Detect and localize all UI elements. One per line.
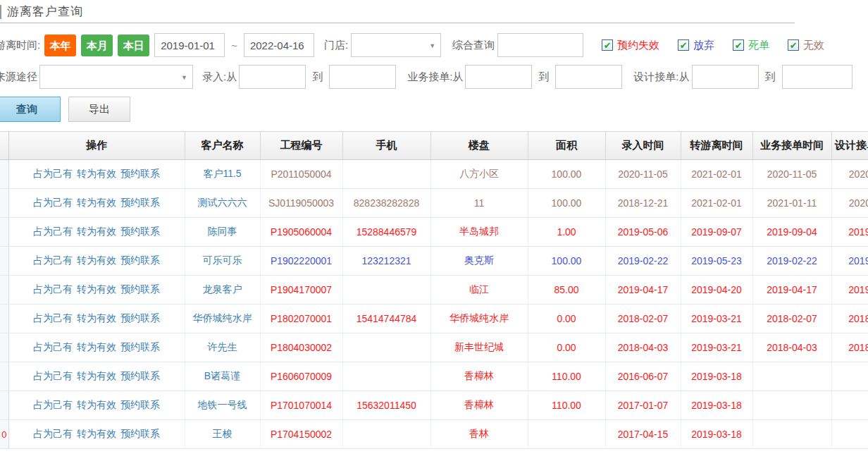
cell-project-no: SJ0119050003 [260, 189, 342, 218]
cell-design-order-time: 2019-09 [831, 218, 868, 247]
combined-query-label: 综合查询 [452, 39, 495, 52]
quick-date-button-2[interactable]: 本日 [118, 35, 149, 56]
cell-project-no: P2011050004 [260, 160, 342, 189]
header-phone: 手机 [342, 132, 430, 160]
operation-link-2[interactable]: 预约联系 [120, 283, 160, 295]
query-button[interactable]: 查询 [0, 97, 61, 122]
operation-link-1[interactable]: 转为有效 [77, 399, 116, 410]
entry-to-input[interactable] [329, 65, 396, 89]
cell-phone [342, 362, 430, 391]
operation-link-0[interactable]: 占为己有 [33, 341, 73, 352]
operation-link-0[interactable]: 占为己有 [33, 428, 73, 439]
cell-biz-order-time [752, 391, 831, 420]
operation-link-1[interactable]: 转为有效 [77, 254, 116, 266]
checkbox-checked-icon: ✔ [788, 39, 799, 51]
customer-name-link[interactable]: B诸葛谨 [204, 370, 240, 381]
results-table: 操作 客户名称 工程编号 手机 楼盘 面积 录入时间 转游离时间 业务接单时间 … [0, 131, 868, 449]
operation-link-2[interactable]: 预约联系 [120, 399, 160, 410]
source-channel-label: 来源途径 [0, 70, 37, 84]
table-header-row: 操作 客户名称 工程编号 手机 楼盘 面积 录入时间 转游离时间 业务接单时间 … [0, 132, 868, 160]
chevron-down-icon: ▼ [429, 42, 435, 49]
operation-link-2[interactable]: 预约联系 [120, 428, 160, 439]
cell-area: 100.00 [528, 247, 605, 276]
customer-name-link[interactable]: 陈同事 [208, 226, 237, 237]
operation-link-0[interactable]: 占为己有 [33, 226, 73, 237]
operation-link-0[interactable]: 占为己有 [33, 312, 73, 324]
customer-name-link[interactable]: 客户11.5 [203, 168, 241, 179]
float-time-label: 游离时间: [0, 39, 40, 52]
combined-query-input[interactable] [497, 33, 583, 57]
operation-link-1[interactable]: 转为有效 [77, 283, 116, 295]
cell-sliver [0, 160, 8, 189]
cell-building: 香林 [430, 420, 528, 449]
cell-entry-time: 2019-04-17 [605, 276, 681, 305]
source-channel-select[interactable]: ▼ [39, 65, 193, 89]
export-button[interactable]: 导出 [68, 97, 130, 122]
cell-building: 奥克斯 [430, 247, 528, 276]
cell-area: 1.00 [528, 218, 605, 247]
operation-link-1[interactable]: 转为有效 [77, 428, 116, 439]
float-date-from-input[interactable] [154, 33, 225, 57]
cell-operations: 占为己有转为有效预约联系 [8, 362, 185, 391]
customer-name-link[interactable]: 测试六六六 [198, 197, 247, 208]
cell-float-time: 2021-02-01 [681, 160, 752, 189]
customer-name-link[interactable]: 地铁一号线 [198, 399, 247, 410]
header-operations: 操作 [8, 132, 185, 160]
operation-link-1[interactable]: 转为有效 [77, 370, 116, 381]
customer-name-link[interactable]: 许先生 [208, 341, 237, 352]
cell-building: 八方小区 [430, 160, 528, 189]
customer-name-link[interactable]: 王梭 [213, 428, 232, 439]
operation-link-2[interactable]: 预约联系 [120, 226, 160, 237]
biz-order-to-input[interactable] [555, 65, 622, 89]
quick-date-button-0[interactable]: 本年 [44, 35, 76, 56]
operation-link-0[interactable]: 占为己有 [33, 197, 73, 208]
operation-link-1[interactable]: 转为有效 [77, 168, 116, 179]
operation-link-1[interactable]: 转为有效 [77, 197, 116, 208]
cell-operations: 占为己有转为有效预约联系 [8, 333, 185, 362]
operation-link-2[interactable]: 预约联系 [120, 168, 160, 179]
operation-link-2[interactable]: 预约联系 [120, 341, 160, 352]
cell-sliver [0, 305, 8, 333]
cell-biz-order-time: 2019-02-22 [752, 247, 831, 276]
cell-entry-time: 2018-02-07 [605, 305, 681, 333]
cell-operations: 占为己有转为有效预约联系 [8, 420, 185, 449]
status-checkbox-3[interactable]: ✔无效 [788, 39, 824, 52]
operation-link-2[interactable]: 预约联系 [120, 254, 160, 266]
customer-name-link[interactable]: 可乐可乐 [203, 254, 242, 266]
entry-from-label: 录入:从 [202, 70, 237, 84]
cell-biz-order-time: 2018-02-07 [752, 305, 831, 333]
checkbox-checked-icon: ✔ [678, 39, 689, 51]
page-header: 游离客户查询 [0, 0, 868, 23]
cell-operations: 占为己有转为有效预约联系 [8, 247, 185, 276]
customer-name-link[interactable]: 龙泉客户 [203, 283, 242, 295]
quick-date-button-1[interactable]: 本月 [81, 35, 113, 56]
operation-link-1[interactable]: 转为有效 [77, 226, 116, 237]
operation-link-1[interactable]: 转为有效 [77, 341, 116, 352]
status-checkbox-1[interactable]: ✔放弃 [678, 39, 714, 52]
operation-link-0[interactable]: 占为己有 [33, 283, 73, 295]
customer-name-link[interactable]: 华侨城纯水岸 [193, 312, 252, 324]
cell-entry-time: 2018-04-03 [605, 333, 681, 362]
status-checkbox-2[interactable]: ✔死单 [733, 39, 769, 52]
design-order-from-input[interactable] [692, 65, 759, 89]
float-date-to-input[interactable] [244, 33, 314, 57]
status-checkbox-0[interactable]: ✔预约失效 [602, 39, 659, 52]
design-order-to-input[interactable] [782, 65, 852, 89]
operation-link-0[interactable]: 占为己有 [33, 399, 73, 410]
cell-building: 半岛城邦 [430, 218, 528, 247]
operation-link-2[interactable]: 预约联系 [120, 312, 160, 324]
operation-link-0[interactable]: 占为己有 [33, 370, 73, 381]
cell-sliver [0, 391, 8, 420]
entry-from-input[interactable] [239, 65, 306, 89]
cell-sliver [0, 362, 8, 391]
biz-order-from-input[interactable] [465, 65, 532, 89]
operation-link-0[interactable]: 占为己有 [33, 168, 73, 179]
operation-link-2[interactable]: 预约联系 [120, 370, 160, 381]
status-checkbox-label: 预约失效 [617, 39, 659, 52]
cell-operations: 占为己有转为有效预约联系 [8, 160, 185, 189]
cell-phone [342, 420, 430, 449]
operation-link-2[interactable]: 预约联系 [120, 197, 160, 208]
store-select[interactable]: ▼ [351, 33, 441, 57]
operation-link-1[interactable]: 转为有效 [77, 312, 116, 324]
operation-link-0[interactable]: 占为己有 [33, 254, 73, 266]
